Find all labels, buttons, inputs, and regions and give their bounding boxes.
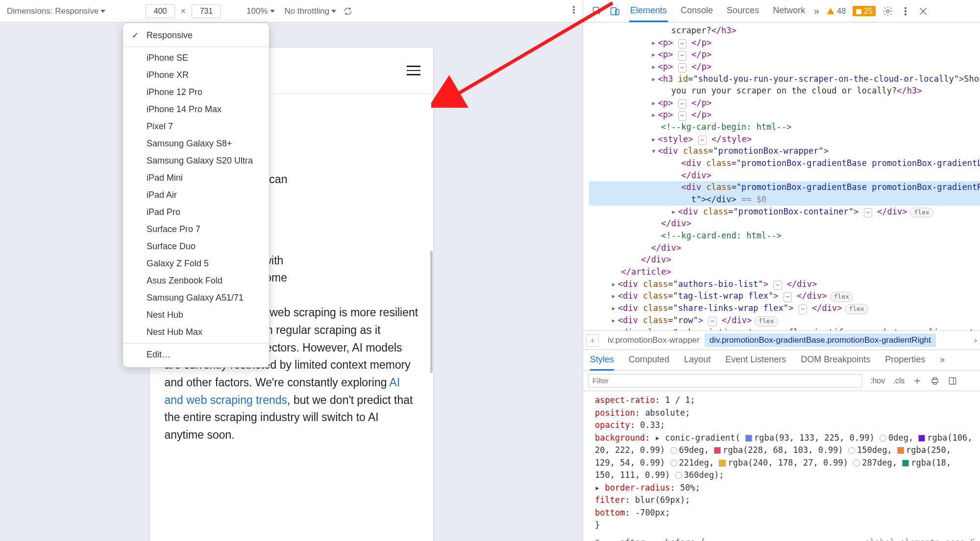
devtools-tab-network[interactable]: Network bbox=[772, 0, 806, 22]
css-rules-pane[interactable]: aspect-ratio: 1 / 1;position: absolute;o… bbox=[583, 391, 980, 541]
devtools-tab-sources[interactable]: Sources bbox=[726, 0, 760, 22]
device-option[interactable]: iPad Pro bbox=[123, 204, 269, 221]
device-option[interactable]: Asus Zenbook Fold bbox=[123, 272, 269, 289]
hov-toggle[interactable]: :hov bbox=[870, 376, 885, 385]
device-option[interactable]: iPhone XR bbox=[123, 67, 269, 84]
styles-filter-input[interactable] bbox=[588, 374, 862, 388]
breadcrumb-item[interactable]: iv.promotionBox-wrapper bbox=[603, 333, 705, 347]
height-input[interactable] bbox=[192, 4, 221, 18]
dom-tree[interactable]: scraper?</h3> ▸<p> ⋯ </p> ▸<p> ⋯ </p> ▸<… bbox=[583, 23, 980, 330]
device-option[interactable]: Nest Hub bbox=[123, 306, 269, 324]
dimensions-label: Dimensions: Responsive bbox=[7, 6, 98, 16]
issues-badge[interactable]: ◼25 bbox=[853, 6, 876, 16]
svg-point-0 bbox=[573, 6, 575, 8]
breadcrumb-next[interactable]: › bbox=[974, 335, 977, 345]
plus-icon[interactable] bbox=[912, 376, 922, 386]
device-option[interactable]: Samsung Galaxy A51/71 bbox=[123, 289, 269, 306]
device-toolbar: Dimensions: Responsive × 100% No throttl… bbox=[0, 0, 583, 23]
svg-rect-12 bbox=[933, 377, 937, 379]
device-toggle-icon[interactable] bbox=[610, 6, 620, 17]
cls-toggle[interactable]: .cls bbox=[893, 376, 905, 385]
kebab-menu-icon[interactable] bbox=[900, 6, 911, 17]
device-option[interactable]: Samsung Galaxy S20 Ultra bbox=[123, 152, 269, 169]
devtools-tab-elements[interactable]: Elements bbox=[629, 0, 668, 22]
styles-subtab[interactable]: Layout bbox=[684, 350, 710, 371]
svg-point-7 bbox=[886, 10, 889, 13]
width-input[interactable] bbox=[146, 4, 175, 18]
size-separator: × bbox=[181, 6, 186, 16]
devtools-toolbar: ElementsConsoleSourcesNetwork » 48 ◼25 bbox=[583, 0, 980, 23]
rotate-icon[interactable] bbox=[343, 6, 353, 16]
device-option[interactable]: Samsung Galaxy S8+ bbox=[123, 135, 269, 152]
print-icon[interactable] bbox=[930, 376, 940, 386]
more-tabs-icon[interactable]: » bbox=[814, 5, 819, 17]
svg-point-9 bbox=[905, 10, 906, 12]
device-option[interactable]: Surface Duo bbox=[123, 238, 269, 255]
device-option[interactable]: iPad Mini bbox=[123, 169, 269, 187]
chevron-down-icon bbox=[100, 10, 105, 13]
close-icon[interactable] bbox=[918, 6, 929, 17]
dom-breadcrumbs[interactable]: ‹ iv.promotionBox-wrapper div.promotionB… bbox=[583, 330, 980, 350]
warnings-badge[interactable]: 48 bbox=[826, 7, 846, 16]
breadcrumb-item[interactable]: div.promotionBox-gradientBase.promotionB… bbox=[705, 333, 936, 347]
inspect-icon[interactable] bbox=[592, 6, 603, 17]
kebab-menu-icon[interactable] bbox=[569, 5, 579, 17]
device-option[interactable]: Surface Pro 7 bbox=[123, 221, 269, 238]
device-option[interactable]: iPhone 12 Pro bbox=[123, 84, 269, 101]
styles-subtabs: StylesComputedLayoutEvent ListenersDOM B… bbox=[583, 350, 980, 371]
breadcrumb-prev[interactable]: ‹ bbox=[586, 334, 599, 347]
more-subtabs-icon[interactable]: » bbox=[940, 350, 945, 371]
device-edit[interactable]: Edit… bbox=[123, 346, 269, 363]
svg-rect-13 bbox=[933, 382, 937, 384]
dimensions-dropdown[interactable]: Dimensions: Responsive bbox=[4, 4, 108, 18]
svg-rect-14 bbox=[950, 377, 956, 384]
device-option[interactable]: iPad Air bbox=[123, 187, 269, 204]
devtools-tab-console[interactable]: Console bbox=[680, 0, 714, 22]
svg-point-8 bbox=[905, 7, 906, 9]
scrollbar[interactable] bbox=[430, 251, 433, 373]
chevron-down-icon bbox=[270, 10, 275, 13]
device-option[interactable]: Nest Hub Max bbox=[123, 324, 269, 341]
device-option[interactable]: Responsive bbox=[123, 27, 269, 44]
gear-icon[interactable] bbox=[882, 6, 893, 17]
styles-subtab[interactable]: Styles bbox=[590, 350, 614, 371]
device-option[interactable]: iPhone SE bbox=[123, 49, 269, 67]
device-option[interactable]: iPhone 14 Pro Max bbox=[123, 101, 269, 118]
styles-subtab[interactable]: Event Listeners bbox=[725, 350, 786, 371]
device-option[interactable]: Galaxy Z Fold 5 bbox=[123, 255, 269, 272]
device-option[interactable]: Pixel 7 bbox=[123, 118, 269, 135]
styles-subtab[interactable]: DOM Breakpoints bbox=[801, 350, 870, 371]
svg-point-2 bbox=[573, 12, 575, 14]
devtools-panel: ElementsConsoleSourcesNetwork » 48 ◼25 s… bbox=[583, 0, 980, 541]
svg-rect-11 bbox=[932, 379, 938, 382]
panel-layout-icon[interactable] bbox=[948, 376, 957, 386]
chevron-down-icon bbox=[331, 10, 336, 13]
device-list-menu[interactable]: ResponsiveiPhone SEiPhone XRiPhone 12 Pr… bbox=[122, 23, 270, 368]
styles-filter-row: :hov .cls bbox=[583, 371, 980, 391]
throttling-dropdown[interactable]: No throttling bbox=[282, 4, 340, 18]
svg-point-1 bbox=[573, 9, 575, 11]
zoom-dropdown[interactable]: 100% bbox=[244, 4, 277, 18]
device-viewport-area: ate the process. nplex sites that use ad… bbox=[0, 23, 583, 541]
styles-subtab[interactable]: Properties bbox=[885, 350, 925, 371]
svg-point-10 bbox=[905, 13, 906, 15]
styles-subtab[interactable]: Computed bbox=[629, 350, 669, 371]
hamburger-menu-icon[interactable] bbox=[407, 66, 420, 75]
